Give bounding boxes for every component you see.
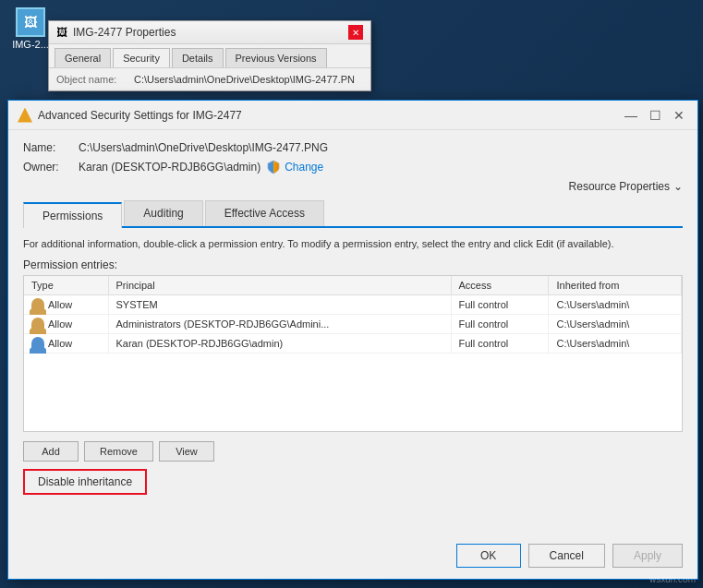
- bg-tab-previous-versions[interactable]: Previous Versions: [225, 48, 327, 67]
- desktop-icon-label: IMG-2...: [12, 39, 49, 50]
- col-type: Type: [24, 276, 108, 295]
- bg-tab-security[interactable]: Security: [113, 48, 170, 67]
- bottom-buttons: OK Cancel Apply: [456, 544, 683, 568]
- bg-object-value: C:\Users\admin\OneDrive\Desktop\IMG-2477…: [134, 74, 355, 85]
- bg-tab-general[interactable]: General: [55, 48, 111, 67]
- resource-props-row: Resource Properties ⌄: [23, 180, 683, 193]
- cell-access: Full control: [451, 315, 549, 334]
- cell-type: Allow: [24, 334, 108, 354]
- tab-effective-access[interactable]: Effective Access: [205, 200, 324, 226]
- col-principal: Principal: [108, 276, 451, 295]
- perm-table-container[interactable]: Type Principal Access Inherited from All…: [23, 275, 683, 432]
- table-row[interactable]: AllowAdministrators (DESKTOP-RDJB6GG\Adm…: [24, 315, 682, 334]
- col-inherited: Inherited from: [549, 276, 682, 295]
- bg-dialog-close-btn[interactable]: ✕: [348, 25, 363, 40]
- owner-value: Karan (DESKTOP-RDJB6GG\admin): [79, 161, 261, 174]
- bg-object-label: Object name:: [56, 74, 130, 85]
- bg-dialog-title: IMG-2477 Properties: [73, 26, 343, 39]
- disable-inheritance-btn[interactable]: Disable inheritance: [23, 469, 147, 495]
- remove-btn[interactable]: Remove: [84, 441, 153, 462]
- cell-access: Full control: [451, 295, 549, 315]
- col-access: Access: [451, 276, 549, 295]
- cell-inherited: C:\Users\admin\: [549, 295, 682, 315]
- cell-principal: SYSTEM: [108, 295, 451, 315]
- desktop-icon: 🖼 IMG-2...: [7, 7, 54, 50]
- tab-permissions[interactable]: Permissions: [23, 202, 122, 228]
- name-value: C:\Users\admin\OneDrive\Desktop\IMG-2477…: [79, 141, 328, 154]
- apply-btn[interactable]: Apply: [612, 544, 683, 568]
- change-label: Change: [285, 161, 323, 174]
- bg-properties-dialog: 🖼 IMG-2477 Properties ✕ General Security…: [48, 20, 371, 91]
- main-titlebar: Advanced Security Settings for IMG-2477 …: [8, 101, 697, 130]
- table-row[interactable]: AllowSYSTEMFull controlC:\Users\admin\: [24, 295, 682, 315]
- watermark: wsxdn.com: [649, 574, 696, 584]
- owner-label: Owner:: [23, 161, 79, 174]
- cell-principal: Administrators (DESKTOP-RDJB6GG\Admini..…: [108, 315, 451, 334]
- action-buttons: Add Remove View: [23, 441, 683, 462]
- shield-icon: [266, 160, 281, 174]
- add-btn[interactable]: Add: [23, 441, 79, 462]
- cell-type: Allow: [24, 315, 108, 334]
- main-content: Name: C:\Users\admin\OneDrive\Desktop\IM…: [8, 130, 697, 506]
- bg-dialog-tabs: General Security Details Previous Versio…: [49, 44, 370, 68]
- view-btn[interactable]: View: [159, 441, 214, 462]
- restore-btn[interactable]: ☐: [646, 106, 664, 125]
- resource-props-btn[interactable]: Resource Properties ⌄: [569, 180, 683, 193]
- table-header-row: Type Principal Access Inherited from: [24, 276, 682, 295]
- tab-auditing[interactable]: Auditing: [124, 200, 202, 226]
- table-row[interactable]: AllowKaran (DESKTOP-RDJB6GG\admin)Full c…: [24, 334, 682, 354]
- cell-inherited: C:\Users\admin\: [549, 315, 682, 334]
- close-btn[interactable]: ✕: [670, 106, 688, 125]
- cell-access: Full control: [451, 334, 549, 354]
- resource-props-label: Resource Properties: [569, 180, 670, 193]
- bg-object-name-row: Object name: C:\Users\admin\OneDrive\Des…: [56, 74, 363, 85]
- owner-row: Owner: Karan (DESKTOP-RDJB6GG\admin): [23, 160, 683, 174]
- name-row: Name: C:\Users\admin\OneDrive\Desktop\IM…: [23, 141, 683, 154]
- ok-btn[interactable]: OK: [456, 544, 521, 568]
- perm-table: Type Principal Access Inherited from All…: [24, 276, 682, 354]
- folder-icon: [18, 108, 32, 123]
- bg-tab-details[interactable]: Details: [172, 48, 224, 67]
- cancel-btn[interactable]: Cancel: [528, 544, 605, 568]
- bg-dialog-titlebar: 🖼 IMG-2477 Properties ✕: [49, 21, 370, 44]
- info-text: For additional information, double-click…: [23, 237, 683, 251]
- tabs-container: Permissions Auditing Effective Access: [23, 200, 683, 228]
- change-link[interactable]: Change: [266, 160, 323, 174]
- cell-type: Allow: [24, 295, 108, 315]
- cell-principal: Karan (DESKTOP-RDJB6GG\admin): [108, 334, 451, 354]
- chevron-down-icon: ⌄: [673, 180, 683, 193]
- perm-entries-label: Permission entries:: [23, 258, 683, 271]
- main-dialog-title: Advanced Security Settings for IMG-2477: [38, 109, 616, 122]
- minimize-btn[interactable]: —: [622, 106, 640, 125]
- desktop: 🖼 IMG-2... 🖼 IMG-2477 Properties ✕ Gener…: [0, 0, 703, 588]
- bg-dialog-content: Object name: C:\Users\admin\OneDrive\Des…: [49, 68, 370, 90]
- cell-inherited: C:\Users\admin\: [549, 334, 682, 354]
- main-dialog: Advanced Security Settings for IMG-2477 …: [7, 100, 698, 580]
- name-label: Name:: [23, 141, 79, 154]
- desktop-icon-img: 🖼: [16, 7, 45, 37]
